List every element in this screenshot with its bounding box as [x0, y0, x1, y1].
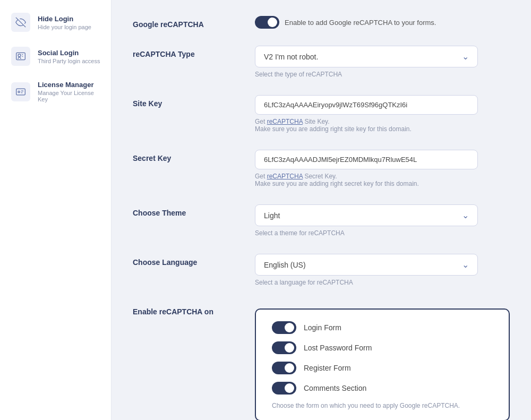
lost-password-form-row: Lost Password Form	[272, 341, 493, 354]
sidebar-item-hide-login[interactable]: Hide Login Hide your login page	[0, 5, 111, 39]
recaptcha-type-select[interactable]: V2 I'm not robot. ⌄	[255, 46, 478, 67]
secret-key-control: Get reCAPTCHA Secret Key. Make sure you …	[255, 150, 510, 187]
sidebar: Hide Login Hide your login page Social L…	[0, 0, 112, 420]
site-key-row: Site Key Get reCAPTCHA Site Key. Make su…	[133, 95, 510, 133]
comments-section-toggle[interactable]	[272, 382, 296, 395]
site-key-label: Site Key	[133, 95, 239, 108]
choose-theme-label: Choose Theme	[133, 204, 239, 217]
choose-language-control: English (US) ⌄ Select a language for reC…	[255, 254, 510, 286]
register-form-toggle[interactable]	[272, 362, 296, 374]
recaptcha-type-row: reCAPTCHA Type V2 I'm not robot. ⌄ Selec…	[133, 46, 510, 78]
recaptcha-type-control: V2 I'm not robot. ⌄ Select the type of r…	[255, 46, 510, 78]
sidebar-text-hide-login: Hide Login Hide your login page	[38, 15, 91, 30]
google-recaptcha-row: Google reCAPTCHA Enable to add Google re…	[133, 16, 510, 29]
login-form-toggle[interactable]	[272, 321, 296, 334]
svg-point-4	[18, 91, 20, 92]
google-recaptcha-control: Enable to add Google reCAPTCHA to your f…	[255, 16, 510, 29]
secret-key-helper-prefix: Get	[255, 173, 267, 180]
site-key-helper-prefix: Get	[255, 118, 267, 125]
choose-theme-control: Light ⌄ Select a theme for reCAPTCHA	[255, 204, 510, 237]
enable-recaptcha-on-control: Login Form Lost Password Form Register F…	[255, 303, 510, 420]
choose-language-row: Choose Language English (US) ⌄ Select a …	[133, 254, 510, 286]
svg-point-2	[18, 54, 21, 57]
recaptcha-type-value: V2 I'm not robot.	[264, 53, 318, 61]
choose-language-value: English (US)	[264, 261, 306, 269]
comments-section-row: Comments Section	[272, 382, 493, 395]
comments-section-label: Comments Section	[304, 384, 366, 392]
choose-language-helper: Select a language for reCAPTCHA	[255, 279, 510, 286]
lost-password-form-toggle[interactable]	[272, 341, 296, 354]
site-key-input[interactable]	[255, 95, 478, 115]
google-recaptcha-toggle-wrapper: Enable to add Google reCAPTCHA to your f…	[255, 16, 510, 29]
eye-off-icon	[11, 13, 30, 32]
secret-key-recaptcha-link[interactable]: reCAPTCHA	[267, 173, 303, 180]
enable-recaptcha-on-row: Enable reCAPTCHA on Login Form Lost Pass…	[133, 303, 510, 420]
site-key-helper-suffix: Site Key.	[303, 118, 329, 125]
secret-key-helper2: Make sure you are adding right secret ke…	[255, 180, 419, 187]
user-group-icon	[11, 47, 30, 66]
recaptcha-type-helper: Select the type of reCAPTCHA	[255, 71, 510, 78]
google-recaptcha-toggle[interactable]	[255, 16, 279, 29]
secret-key-input[interactable]	[255, 150, 478, 169]
id-card-icon	[11, 82, 30, 101]
site-key-control: Get reCAPTCHA Site Key. Make sure you ar…	[255, 95, 510, 133]
site-key-helper2: Make sure you are adding right site key …	[255, 125, 412, 133]
choose-language-select[interactable]: English (US) ⌄	[255, 254, 478, 276]
choose-theme-helper: Select a theme for reCAPTCHA	[255, 229, 510, 237]
main-content: Google reCAPTCHA Enable to add Google re…	[112, 0, 531, 420]
sidebar-text-license-manager: License Manager Manage Your License Key	[38, 81, 101, 102]
login-form-label: Login Form	[304, 323, 341, 332]
recaptcha-on-box: Login Form Lost Password Form Register F…	[255, 308, 510, 420]
site-key-helper: Get reCAPTCHA Site Key. Make sure you ar…	[255, 118, 510, 133]
choose-theme-value: Light	[264, 211, 280, 220]
chevron-down-icon: ⌄	[462, 260, 469, 270]
login-form-row: Login Form	[272, 321, 493, 334]
google-recaptcha-label: Google reCAPTCHA	[133, 16, 239, 29]
choose-theme-row: Choose Theme Light ⌄ Select a theme for …	[133, 204, 510, 237]
enable-recaptcha-on-label: Enable reCAPTCHA on	[133, 303, 239, 316]
choose-theme-select[interactable]: Light ⌄	[255, 204, 478, 226]
lost-password-form-label: Lost Password Form	[304, 344, 372, 352]
chevron-down-icon: ⌄	[462, 210, 469, 220]
secret-key-row: Secret Key Get reCAPTCHA Secret Key. Mak…	[133, 150, 510, 187]
register-form-row: Register Form	[272, 362, 493, 374]
sidebar-item-license-manager[interactable]: License Manager Manage Your License Key	[0, 73, 111, 110]
svg-rect-3	[16, 89, 25, 95]
sidebar-text-social-login: Social Login Third Party login access	[38, 49, 100, 64]
secret-key-helper: Get reCAPTCHA Secret Key. Make sure you …	[255, 173, 510, 187]
choose-language-label: Choose Language	[133, 254, 239, 267]
secret-key-helper-suffix: Secret Key.	[303, 173, 337, 180]
register-form-label: Register Form	[304, 364, 351, 372]
secret-key-label: Secret Key	[133, 150, 239, 162]
chevron-down-icon: ⌄	[462, 52, 469, 62]
google-recaptcha-toggle-label: Enable to add Google reCAPTCHA to your f…	[285, 19, 436, 27]
site-key-recaptcha-link[interactable]: reCAPTCHA	[267, 118, 303, 125]
recaptcha-type-label: reCAPTCHA Type	[133, 46, 239, 58]
recaptcha-on-helper: Choose the form on which you need to app…	[272, 402, 493, 409]
sidebar-item-social-login[interactable]: Social Login Third Party login access	[0, 39, 111, 73]
